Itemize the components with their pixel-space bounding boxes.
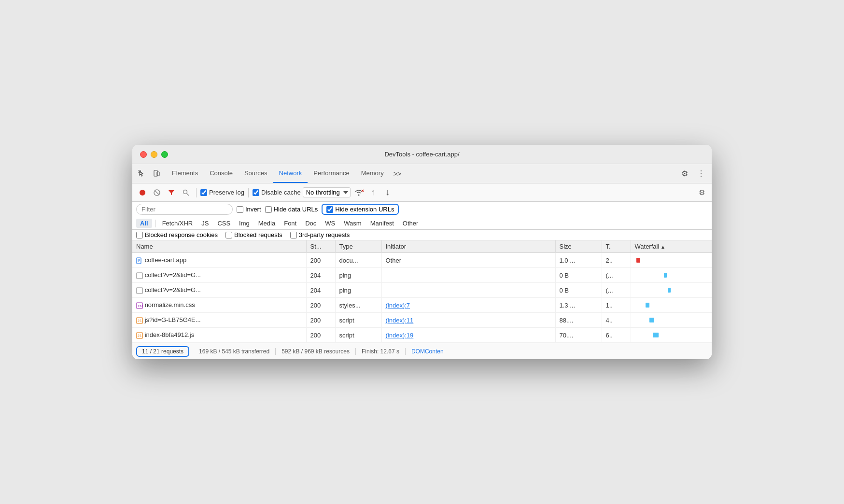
col-header-initiator[interactable]: Initiator (381, 240, 555, 253)
svg-point-6 (183, 190, 187, 194)
cell-size: 70.... (555, 328, 602, 343)
blocked-cookies-input[interactable] (136, 232, 143, 238)
devtools-body: Elements Console Sources Network Perform… (132, 164, 712, 359)
svg-line-5 (155, 191, 159, 195)
more-tabs-button[interactable]: >> (390, 167, 405, 181)
type-filter-font[interactable]: Font (280, 219, 300, 228)
type-filter-img[interactable]: Img (235, 219, 253, 228)
disable-cache-input[interactable] (253, 189, 259, 196)
type-filter-wasm[interactable]: Wasm (340, 219, 365, 228)
titlebar: DevTools - coffee-cart.app/ (132, 145, 712, 164)
upload-icon[interactable]: ↑ (367, 186, 380, 199)
third-party-input[interactable] (290, 232, 297, 238)
resources-size: 592 kB / 969 kB resources (276, 348, 356, 355)
type-filter-all[interactable]: All (136, 219, 152, 228)
table-row[interactable]: JS js?id=G-LB75G4E... 200 script (index)… (132, 313, 712, 328)
cell-type: ping (335, 283, 381, 298)
tab-network[interactable]: Network (273, 164, 308, 183)
preserve-log-input[interactable] (200, 189, 207, 196)
cell-waterfall (631, 283, 712, 298)
filter-row: Invert Hide data URLs Hide extension URL… (132, 202, 712, 217)
type-filter-fetch[interactable]: Fetch/XHR (158, 219, 197, 228)
hide-data-urls-input[interactable] (265, 206, 272, 213)
tab-sources[interactable]: Sources (239, 164, 273, 183)
col-header-waterfall[interactable]: Waterfall (631, 240, 712, 253)
wifi-icon[interactable] (352, 186, 365, 199)
tab-performance[interactable]: Performance (308, 164, 355, 183)
maximize-button[interactable] (161, 151, 168, 158)
cell-waterfall (631, 328, 712, 343)
blocked-cookies-checkbox[interactable]: Blocked response cookies (136, 231, 218, 238)
record-button[interactable] (136, 186, 149, 199)
cell-time: 2.. (602, 253, 631, 268)
type-filter-ws[interactable]: WS (321, 219, 339, 228)
cell-size: 1.0 ... (555, 253, 602, 268)
cell-time: (... (602, 268, 631, 283)
table-row[interactable]: css normalize.min.css 200 styles... (ind… (132, 298, 712, 313)
invert-input[interactable] (237, 206, 243, 213)
throttle-select[interactable]: No throttling Fast 3G Slow 3G Offline (303, 187, 351, 197)
cell-status: 204 (306, 283, 335, 298)
filter-input[interactable] (136, 204, 233, 215)
devtools-window: DevTools - coffee-cart.app/ (132, 145, 712, 359)
type-filter-media[interactable]: Media (254, 219, 279, 228)
third-party-checkbox[interactable]: 3rd-party requests (290, 231, 350, 238)
cursor-icon[interactable] (136, 168, 148, 180)
network-table-container[interactable]: Name St... Type Initiator Size T. Waterf… (132, 240, 712, 343)
network-settings-icon[interactable]: ⚙ (695, 186, 708, 199)
network-table: Name St... Type Initiator Size T. Waterf… (132, 240, 712, 343)
svg-line-7 (187, 194, 189, 196)
hide-extension-urls-checkbox[interactable]: Hide extension URLs (322, 204, 399, 215)
type-filter-doc[interactable]: Doc (301, 219, 320, 228)
more-options-icon[interactable]: ⋮ (694, 167, 708, 181)
table-row[interactable]: collect?v=2&tid=G... 204 ping 0 B (... (132, 268, 712, 283)
blocked-requests-input[interactable] (225, 232, 232, 238)
type-filter-manifest[interactable]: Manifest (366, 219, 398, 228)
tab-elements[interactable]: Elements (166, 164, 204, 183)
hide-extension-urls-input[interactable] (326, 206, 333, 213)
type-filter-other[interactable]: Other (399, 219, 422, 228)
col-header-name[interactable]: Name (132, 240, 306, 253)
hide-data-urls-checkbox[interactable]: Hide data URLs (265, 206, 318, 213)
disable-cache-checkbox[interactable]: Disable cache (253, 189, 301, 196)
tab-bar: Elements Console Sources Network Perform… (132, 164, 712, 183)
blocked-requests-checkbox[interactable]: Blocked requests (225, 231, 282, 238)
table-row[interactable]: coffee-cart.app 200 docu... Other 1.0 ..… (132, 253, 712, 268)
col-header-type[interactable]: Type (335, 240, 381, 253)
table-row[interactable]: collect?v=2&tid=G... 204 ping 0 B (... (132, 283, 712, 298)
tab-memory[interactable]: Memory (355, 164, 390, 183)
cell-name: collect?v=2&tid=G... (132, 268, 306, 283)
cell-initiator: Other (381, 253, 555, 268)
download-icon[interactable]: ↓ (381, 186, 394, 199)
cell-status: 204 (306, 268, 335, 283)
cell-size: 0 B (555, 283, 602, 298)
dom-content: DOMConten (406, 348, 450, 355)
type-filter-js[interactable]: JS (197, 219, 212, 228)
settings-icon[interactable]: ⚙ (678, 167, 691, 181)
svg-rect-16 (137, 288, 142, 294)
clear-button[interactable] (151, 186, 163, 199)
cell-type: script (335, 328, 381, 343)
status-bar: 11 / 21 requests 169 kB / 545 kB transfe… (132, 343, 712, 359)
col-header-time[interactable]: T. (602, 240, 631, 253)
preserve-log-checkbox[interactable]: Preserve log (200, 189, 244, 196)
cell-time: (... (602, 283, 631, 298)
invert-checkbox[interactable]: Invert (237, 206, 261, 213)
transferred-size: 169 kB / 545 kB transferred (193, 348, 276, 355)
finish-time: Finish: 12.67 s (356, 348, 406, 355)
table-row[interactable]: JS index-8bfa4912.js 200 script (index):… (132, 328, 712, 343)
close-button[interactable] (140, 151, 147, 158)
cell-initiator: (index):11 (381, 313, 555, 328)
filter-button[interactable] (165, 186, 178, 199)
tab-console[interactable]: Console (204, 164, 239, 183)
col-header-size[interactable]: Size (555, 240, 602, 253)
minimize-button[interactable] (151, 151, 157, 158)
type-filter-row: All Fetch/XHR JS CSS Img Media Font Doc … (132, 217, 712, 230)
type-filter-css[interactable]: CSS (213, 219, 234, 228)
search-button[interactable] (180, 186, 192, 199)
cell-waterfall (631, 253, 712, 268)
col-header-status[interactable]: St... (306, 240, 335, 253)
svg-text:JS: JS (138, 319, 141, 323)
mobile-icon[interactable] (151, 168, 162, 180)
cell-status: 200 (306, 298, 335, 313)
